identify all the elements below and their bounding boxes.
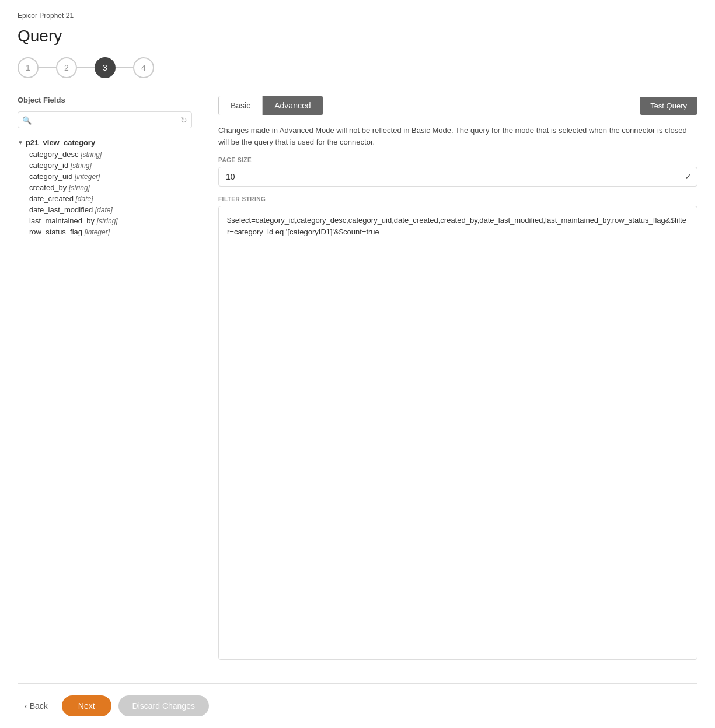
breadcrumb: Epicor Prophet 21 [18, 12, 697, 20]
discard-changes-button[interactable]: Discard Changes [118, 695, 209, 716]
filter-string-label: FILTER STRING [218, 196, 697, 202]
list-item: row_status_flag [integer] [29, 226, 192, 237]
breadcrumb-link[interactable]: Epicor Prophet 21 [18, 12, 74, 20]
search-box: 🔍 ↻ [18, 111, 192, 128]
step-3[interactable]: 3 [95, 57, 116, 78]
left-panel: Object Fields 🔍 ↻ ▼ p21_view_category ca… [18, 96, 204, 671]
tree-children: category_desc [string] category_id [stri… [29, 149, 192, 237]
filter-string-area: $select=category_id,category_desc,catego… [218, 206, 697, 660]
list-item: category_id [string] [29, 160, 192, 171]
page-size-field: ✓ [218, 167, 697, 187]
list-item: category_uid [integer] [29, 171, 192, 182]
info-text: Changes made in Advanced Mode will not b… [218, 125, 697, 148]
refresh-icon[interactable]: ↻ [180, 116, 187, 125]
tree-root-label: p21_view_category [26, 138, 95, 147]
tree-item: ▼ p21_view_category category_desc [strin… [18, 136, 192, 237]
step-4[interactable]: 4 [133, 57, 154, 78]
tab-basic[interactable]: Basic [219, 96, 263, 115]
tabs-group: Basic Advanced [218, 96, 323, 116]
page-title: Query [18, 27, 697, 46]
filter-string-input[interactable]: $select=category_id,category_desc,catego… [227, 215, 689, 651]
checkmark-icon: ✓ [685, 172, 692, 181]
tree-root[interactable]: ▼ p21_view_category [18, 136, 192, 149]
step-connector-2 [77, 67, 95, 68]
search-input[interactable] [18, 111, 192, 128]
footer: ‹ Back Next Discard Changes [18, 683, 697, 716]
search-icon: 🔍 [22, 116, 32, 124]
stepper: 1 2 3 4 [18, 57, 697, 78]
test-query-button[interactable]: Test Query [640, 97, 697, 115]
list-item: last_maintained_by [string] [29, 215, 192, 226]
chevron-left-icon: ‹ [25, 701, 27, 710]
list-item: date_created [date] [29, 193, 192, 204]
list-item: category_desc [string] [29, 149, 192, 160]
object-fields-title: Object Fields [18, 96, 192, 104]
back-label: Back [30, 701, 48, 710]
tabs-row: Basic Advanced Test Query [218, 96, 697, 116]
step-1[interactable]: 1 [18, 57, 39, 78]
step-connector-1 [39, 67, 56, 68]
right-panel: Basic Advanced Test Query Changes made i… [204, 96, 697, 671]
list-item: created_by [string] [29, 182, 192, 193]
step-connector-3 [116, 67, 133, 68]
step-2[interactable]: 2 [56, 57, 77, 78]
back-button[interactable]: ‹ Back [18, 696, 55, 715]
page-size-input[interactable] [218, 167, 697, 187]
page-size-label: PAGE SIZE [218, 157, 697, 163]
list-item: date_last_modified [date] [29, 204, 192, 215]
next-button[interactable]: Next [62, 695, 111, 716]
chevron-down-icon: ▼ [18, 139, 23, 146]
tab-advanced[interactable]: Advanced [263, 96, 322, 115]
